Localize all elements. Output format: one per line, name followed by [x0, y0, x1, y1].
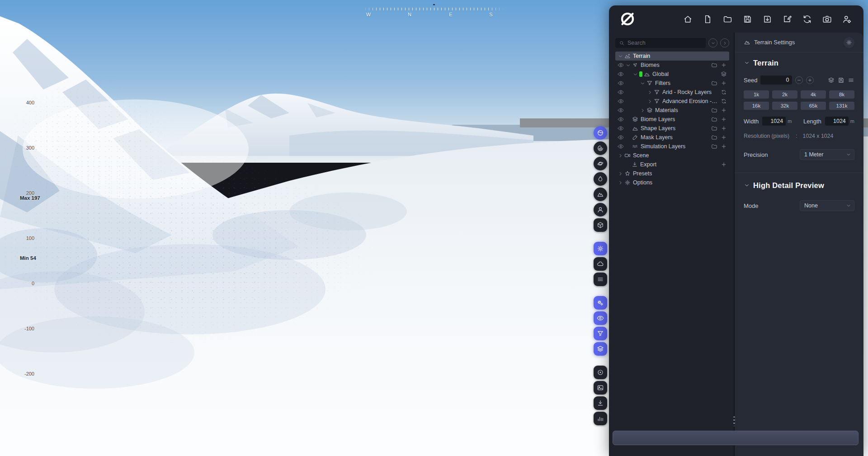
high-detail-section-header[interactable]: High Detail Preview — [744, 180, 854, 190]
timeline-bar[interactable] — [613, 431, 859, 445]
length-input[interactable]: 1024 — [825, 117, 849, 126]
tree-row-export[interactable]: Export — [615, 160, 729, 169]
plus-icon[interactable] — [721, 125, 727, 132]
seed-decrement-button[interactable] — [795, 76, 803, 84]
planet-view-button[interactable] — [594, 157, 607, 170]
terrain-view-button[interactable] — [594, 188, 607, 201]
precision-dropdown[interactable]: 1 Meter — [800, 149, 854, 160]
width-input[interactable]: 1024 — [762, 117, 786, 126]
screenshot-button[interactable] — [822, 14, 832, 24]
color-swatch[interactable] — [639, 71, 642, 77]
size-1k-button[interactable]: 1k — [744, 90, 769, 99]
size-2k-button[interactable]: 2k — [772, 90, 797, 99]
galaxy-view-button[interactable] — [594, 141, 607, 155]
record-button[interactable] — [594, 366, 607, 379]
size-32k-button[interactable]: 32k — [772, 102, 797, 110]
panel-resize-handle[interactable] — [733, 416, 735, 426]
home-button[interactable] — [683, 14, 693, 24]
size-65k-button[interactable]: 65k — [801, 102, 826, 110]
import-project-button[interactable] — [763, 14, 772, 24]
sync-project-button[interactable] — [802, 14, 812, 24]
folder-icon[interactable] — [711, 125, 717, 132]
chevron-down-icon[interactable] — [618, 53, 623, 59]
tree-row-options[interactable]: Options — [615, 178, 729, 187]
folder-icon[interactable] — [711, 143, 717, 150]
folder-icon[interactable] — [711, 107, 717, 113]
eye-icon[interactable] — [618, 143, 624, 150]
plus-icon[interactable] — [721, 62, 727, 68]
seed-save-button[interactable] — [838, 77, 844, 84]
snapshot-button[interactable] — [594, 381, 607, 395]
tree-row-presets[interactable]: Presets — [615, 169, 729, 178]
seed-input[interactable]: 0 — [760, 75, 792, 85]
tree-row-mask-layers[interactable]: Mask Layers — [615, 133, 729, 142]
plus-icon[interactable] — [721, 107, 727, 113]
layer-list-button[interactable] — [594, 273, 607, 286]
visibility-button[interactable] — [594, 311, 607, 325]
tree-row-shape-layers[interactable]: Shape Layers — [615, 124, 729, 133]
chevron-down-icon[interactable] — [632, 71, 638, 77]
collapse-all-button[interactable] — [708, 38, 717, 47]
open-project-button[interactable] — [723, 14, 732, 24]
plus-icon[interactable] — [721, 116, 727, 122]
chevron-right-icon[interactable] — [647, 99, 653, 104]
folder-icon[interactable] — [711, 80, 717, 86]
statistics-button[interactable] — [594, 412, 607, 425]
refresh-icon[interactable] — [721, 98, 727, 104]
eye-icon[interactable] — [618, 62, 624, 68]
tree-row-simulation-layers[interactable]: Simulation Layers — [615, 142, 729, 151]
tree-row-scene[interactable]: Scene — [615, 151, 729, 160]
mode-dropdown[interactable]: None — [800, 200, 854, 211]
tree-row-advanced-erosion-s[interactable]: Advanced Erosion - S... — [615, 97, 729, 106]
expand-all-button[interactable] — [720, 38, 729, 47]
size-131k-button[interactable]: 131k — [829, 102, 854, 110]
eye-icon[interactable] — [618, 134, 624, 141]
tree-row-biome-layers[interactable]: Biome Layers — [615, 115, 729, 124]
character-view-button[interactable] — [594, 203, 607, 216]
auto-generate-button[interactable] — [594, 296, 607, 310]
seed-increment-button[interactable] — [806, 76, 814, 84]
eye-icon[interactable] — [618, 89, 624, 95]
folder-icon[interactable] — [711, 62, 717, 68]
app-logo[interactable] — [619, 10, 636, 28]
chevron-down-icon[interactable] — [625, 62, 631, 68]
new-project-button[interactable] — [703, 14, 712, 24]
quick-export-button[interactable] — [594, 396, 607, 410]
layers-icon[interactable] — [721, 71, 727, 77]
eye-icon[interactable] — [618, 125, 624, 132]
tree-row-global[interactable]: Global — [615, 70, 729, 79]
plus-icon[interactable] — [721, 161, 727, 168]
plus-icon[interactable] — [721, 143, 727, 150]
folder-icon[interactable] — [711, 134, 717, 141]
eye-icon[interactable] — [618, 71, 624, 77]
terrain-section-header[interactable]: Terrain — [744, 58, 854, 68]
chevron-right-icon[interactable] — [640, 108, 646, 113]
chevron-right-icon[interactable] — [618, 153, 623, 159]
layer-stack-button[interactable] — [594, 342, 607, 356]
save-project-as-button[interactable] — [783, 14, 792, 24]
account-settings-button[interactable] — [842, 14, 852, 24]
size-8k-button[interactable]: 8k — [829, 90, 854, 99]
eye-icon[interactable] — [618, 98, 624, 104]
size-16k-button[interactable]: 16k — [744, 102, 769, 110]
clouds-button[interactable] — [594, 257, 607, 271]
tree-row-terrain[interactable]: Terrain — [615, 52, 729, 61]
tree-row-materials[interactable]: Materials — [615, 106, 729, 115]
tree-row-arid-rocky-layers[interactable]: Arid - Rocky Layers — [615, 88, 729, 97]
world-view-button[interactable] — [594, 126, 607, 140]
chevron-right-icon[interactable] — [618, 180, 623, 186]
grid-view-button[interactable] — [594, 218, 607, 232]
size-4k-button[interactable]: 4k — [801, 90, 826, 99]
settings-gear-button[interactable] — [844, 37, 854, 48]
eye-icon[interactable] — [618, 116, 624, 122]
chevron-down-icon[interactable] — [640, 80, 646, 86]
folder-icon[interactable] — [711, 116, 717, 122]
water-view-button[interactable] — [594, 172, 607, 186]
search-box[interactable] — [615, 38, 706, 48]
seed-variations-button[interactable] — [828, 77, 835, 84]
save-project-button[interactable] — [743, 14, 752, 24]
filter-stack-button[interactable] — [594, 327, 607, 340]
generation-button[interactable] — [594, 242, 607, 255]
eye-icon[interactable] — [618, 80, 624, 86]
refresh-icon[interactable] — [721, 89, 727, 95]
